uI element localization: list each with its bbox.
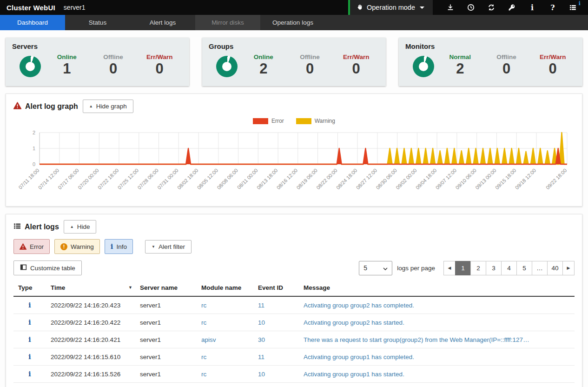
stat-value: 0 — [287, 60, 333, 77]
tab-status[interactable]: Status — [65, 15, 130, 30]
alert-event-cell: 10 — [254, 314, 300, 331]
card-title: Groups — [209, 42, 379, 50]
alert-server: server1 — [136, 366, 198, 383]
column-header-server-name[interactable]: Server name — [136, 280, 198, 296]
logs-per-page-select[interactable]: 5 — [359, 261, 392, 275]
alert-event-link[interactable]: 10 — [258, 371, 265, 378]
column-header-event-id[interactable]: Event ID — [254, 280, 300, 296]
stat-value: 2 — [240, 60, 287, 77]
column-header-message[interactable]: Message — [300, 280, 575, 296]
cluster-name: server1 — [64, 4, 86, 11]
donut-chart — [413, 56, 434, 77]
hand-icon — [357, 4, 363, 12]
customize-table-button[interactable]: Customize table — [13, 260, 82, 275]
legend-warning[interactable]: Warning — [296, 118, 335, 124]
filter-label: Error — [30, 243, 44, 250]
alert-module-cell: rc — [198, 296, 254, 314]
page-button-4[interactable]: 4 — [501, 261, 517, 275]
manual-info-badge: i — [579, 0, 581, 7]
operation-mode-dropdown[interactable]: Operation mode — [348, 0, 433, 15]
alert-module-link[interactable]: apisv — [201, 336, 216, 343]
prev-page-button[interactable]: ◀ — [443, 261, 456, 275]
alert-logs-panel: Alert logs ▲ Hide Error!WarningiInfo ▼ A… — [6, 214, 582, 387]
tab-alert-logs[interactable]: Alert logs — [130, 15, 195, 30]
download-icon[interactable] — [440, 0, 461, 15]
svg-text:09/10 06:00: 09/10 06:00 — [455, 167, 478, 191]
alert-time: 2022/09/22 14:16:15.526 — [47, 366, 136, 383]
clock-icon[interactable] — [461, 0, 481, 15]
filter-label: Info — [116, 243, 127, 250]
list-icon — [13, 222, 21, 232]
alert-filter-button[interactable]: ▼ Alert filter — [145, 240, 192, 254]
page-button-1[interactable]: 1 — [455, 261, 471, 275]
alert-module-link[interactable]: rc — [201, 302, 206, 309]
stat-normal: Normal2 — [437, 53, 483, 77]
alert-time: 2022/09/22 14:16:15.610 — [47, 348, 136, 366]
refresh-icon[interactable] — [481, 0, 502, 15]
table-row: i2022/09/22 14:16:15.526server1rc10Activ… — [13, 366, 575, 383]
table-toolbar: Customize table 5 logs per page ◀12345…4… — [13, 260, 575, 275]
stat-label: Normal — [437, 53, 483, 60]
filter-info-button[interactable]: iInfo — [105, 239, 133, 254]
stat-label: Offline — [90, 53, 137, 60]
alert-event-link[interactable]: 30 — [258, 336, 265, 343]
filter-error-button[interactable]: Error — [13, 239, 50, 254]
alert-module-cell: rc — [198, 366, 254, 383]
alert-logs-title: Alert logs — [13, 222, 59, 232]
page-button-2[interactable]: 2 — [470, 261, 486, 275]
alert-event-link[interactable]: 10 — [258, 319, 265, 326]
stat-online: Online2 — [240, 53, 287, 77]
page-button-40[interactable]: 40 — [547, 261, 563, 275]
alert-message-link[interactable]: Activating group group1 has started. — [304, 371, 404, 378]
info-icon: i — [111, 242, 113, 251]
column-header-time[interactable]: Time▼ — [47, 280, 136, 296]
tab-dashboard[interactable]: Dashboard — [0, 15, 65, 30]
alert-event-cell: 10 — [254, 366, 300, 383]
alert-event-link[interactable]: 11 — [258, 354, 264, 360]
table-row: i2022/09/22 14:16:20.423server1rc11Activ… — [13, 296, 575, 314]
svg-text:09/18 12:00: 09/18 12:00 — [514, 167, 537, 191]
svg-text:08/08 06:00: 08/08 06:00 — [216, 167, 239, 191]
help-icon[interactable]: ? — [542, 0, 563, 15]
svg-text:07/25 12:00: 07/25 12:00 — [117, 167, 140, 191]
info-icon[interactable]: i — [522, 0, 542, 15]
column-header-type[interactable]: Type — [13, 280, 47, 296]
alert-module-link[interactable]: rc — [201, 319, 206, 326]
alert-module-cell: apisv — [198, 331, 254, 348]
next-page-button[interactable]: ▶ — [562, 261, 575, 275]
stat-label: Online — [240, 53, 287, 60]
alert-type-cell: i — [13, 366, 47, 383]
hide-graph-button[interactable]: ▲ Hide graph — [83, 100, 133, 113]
alert-message-link[interactable]: There was a request to start group(group… — [304, 336, 529, 343]
info-type-icon: i — [28, 301, 31, 309]
legend-error[interactable]: Error — [253, 118, 284, 124]
hide-logs-button[interactable]: ▲ Hide — [64, 220, 97, 234]
alert-module-link[interactable]: rc — [201, 371, 206, 378]
alert-message-link[interactable]: Activating group group2 has started. — [304, 319, 404, 326]
top-bar: Cluster WebUI server1 Operation mode i?i — [0, 0, 588, 15]
alert-message-cell: Activating group group1 has started. — [300, 366, 575, 383]
logs-per-page-label: logs per page — [397, 265, 435, 272]
alert-server: server1 — [136, 331, 198, 348]
manual-icon[interactable]: i — [563, 0, 583, 15]
alert-module-cell: rc — [198, 348, 254, 366]
page-button-3[interactable]: 3 — [486, 261, 502, 275]
alert-message-link[interactable]: Activating group group2 has completed. — [304, 302, 414, 309]
legend-label: Error — [271, 118, 284, 124]
tab-operation-logs[interactable]: Operation logs — [260, 15, 325, 30]
filter-warning-button[interactable]: !Warning — [54, 239, 100, 254]
alert-server: server1 — [136, 296, 198, 314]
key-icon[interactable] — [502, 0, 522, 15]
alert-message-link[interactable]: Activating group group1 has completed. — [304, 354, 414, 360]
operation-mode-label: Operation mode — [367, 4, 415, 11]
alert-logs-title-text: Alert logs — [25, 223, 59, 231]
svg-text:09/04 18:00: 09/04 18:00 — [415, 167, 438, 191]
stat-label: Offline — [287, 53, 333, 60]
alert-module-link[interactable]: rc — [201, 354, 206, 360]
info-type-icon: i — [28, 353, 31, 361]
graph-panel-title-text: Alert log graph — [25, 102, 78, 111]
alert-event-link[interactable]: 11 — [258, 302, 264, 309]
alert-message-cell: Activating group group2 has started. — [300, 314, 575, 331]
column-header-module-name[interactable]: Module name — [198, 280, 254, 296]
page-button-5[interactable]: 5 — [516, 261, 532, 275]
